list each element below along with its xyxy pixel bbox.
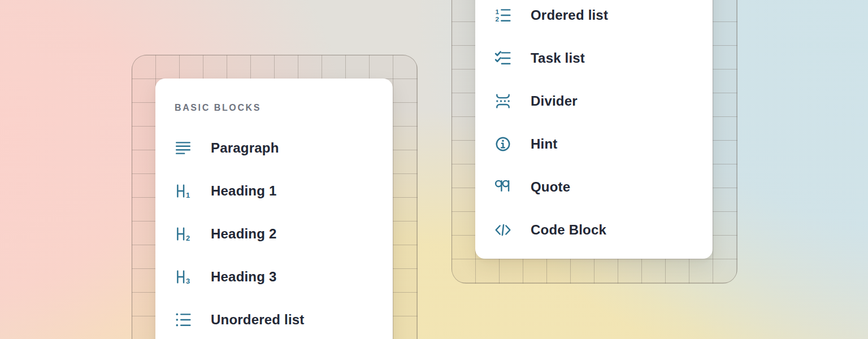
svg-text:2: 2 (186, 234, 190, 242)
unordered-list-icon (175, 311, 192, 328)
menu-item-label: Heading 1 (211, 183, 277, 199)
menu-item-label: Divider (531, 93, 578, 109)
divider-icon (494, 93, 511, 110)
basic-blocks-menu: BASIC BLOCKS Paragraph 1 Heading 1 (155, 79, 393, 339)
code-block-icon (494, 221, 511, 238)
menu-item-heading-2[interactable]: 2 Heading 2 (175, 212, 393, 255)
menu-item-label: Quote (531, 179, 570, 195)
hint-icon (494, 136, 511, 153)
task-list-icon (494, 50, 511, 67)
menu-item-quote[interactable]: Quote (494, 166, 713, 208)
menu-item-heading-3[interactable]: 3 Heading 3 (175, 255, 393, 298)
menu-item-divider[interactable]: Divider (494, 80, 713, 123)
section-label: BASIC BLOCKS (175, 102, 393, 114)
menu-item-hint[interactable]: Hint (494, 123, 713, 166)
svg-text:1: 1 (496, 8, 500, 15)
blocks-menu-continued: 1 2 Ordered list Task list (475, 0, 713, 259)
ordered-list-icon: 1 2 (494, 7, 511, 24)
menu-item-label: Heading 3 (211, 269, 277, 285)
menu-item-label: Heading 2 (211, 226, 277, 242)
blocks-list: 1 2 Ordered list Task list (494, 0, 713, 251)
paragraph-icon (175, 140, 192, 157)
menu-item-label: Hint (531, 136, 557, 152)
heading-3-icon: 3 (175, 268, 192, 285)
quote-icon (494, 179, 511, 195)
menu-item-paragraph[interactable]: Paragraph (175, 127, 393, 169)
menu-item-label: Paragraph (211, 140, 279, 156)
menu-item-label: Task list (531, 50, 585, 66)
menu-item-ordered-list[interactable]: 1 2 Ordered list (494, 0, 713, 37)
menu-item-unordered-list[interactable]: Unordered list (175, 298, 393, 339)
menu-item-heading-1[interactable]: 1 Heading 1 (175, 169, 393, 212)
svg-text:1: 1 (186, 191, 190, 199)
heading-2-icon: 2 (175, 225, 192, 242)
menu-item-task-list[interactable]: Task list (494, 37, 713, 80)
svg-text:2: 2 (496, 15, 500, 23)
svg-text:3: 3 (186, 277, 190, 285)
menu-item-label: Unordered list (211, 312, 305, 328)
menu-item-code-block[interactable]: Code Block (494, 208, 713, 251)
basic-blocks-list: Paragraph 1 Heading 1 2 Heading 2 (175, 127, 393, 339)
menu-item-label: Code Block (531, 222, 606, 238)
menu-item-label: Ordered list (531, 7, 608, 23)
heading-1-icon: 1 (175, 182, 192, 199)
